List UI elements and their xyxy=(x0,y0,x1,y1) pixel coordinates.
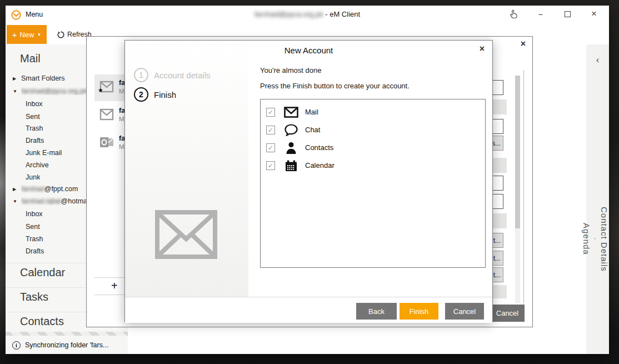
chevron-down-icon: ▼ xyxy=(37,32,41,37)
contacts-icon xyxy=(284,141,298,155)
tab-agenda[interactable]: Agenda xyxy=(582,223,591,255)
new-button[interactable]: + New ▼ xyxy=(7,25,47,44)
step-number: 1 xyxy=(134,68,148,82)
close-dialog-button[interactable]: × xyxy=(480,44,485,54)
plus-icon: + xyxy=(12,30,17,39)
service-label: Mail xyxy=(305,108,318,116)
wizard-steps-panel: 1 Account details 2 Finish xyxy=(125,41,248,297)
titlebar: Menu farshad@pyca.org.pk - eM Client − × xyxy=(6,6,609,24)
calendar-section-header[interactable]: Calendar xyxy=(20,266,65,279)
accounts-cancel-button[interactable]: Cancel xyxy=(490,305,525,322)
mail-account-icon xyxy=(99,108,114,121)
mail-checkbox[interactable]: ✓ xyxy=(266,108,275,117)
tab-contact-details[interactable]: Contact Details xyxy=(600,207,609,272)
contacts-section-header[interactable]: Contacts xyxy=(20,315,64,328)
collapse-arrow-icon[interactable]: ▼ xyxy=(13,199,17,204)
favorite-star-icon: ★ xyxy=(98,87,103,94)
scrollbar[interactable] xyxy=(515,76,520,303)
mail-section-header[interactable]: Mail xyxy=(20,52,41,65)
service-label: Contacts xyxy=(305,143,333,152)
chat-icon xyxy=(284,123,298,137)
maximize-icon xyxy=(565,11,571,17)
dialog-footer: Back Finish Cancel xyxy=(125,297,492,323)
new-account-dialog: New Account × 1 Account details 2 Finish… xyxy=(124,40,493,322)
step-number: 2 xyxy=(134,87,148,102)
right-side-panel: ‹ Contact Details · Agenda xyxy=(586,44,609,354)
status-text: Synchronizing folder 'fars... xyxy=(25,341,108,349)
step-account-details: 1 Account details xyxy=(134,68,211,82)
service-row-calendar: ✓ Calendar xyxy=(261,157,485,174)
refresh-icon xyxy=(57,31,65,39)
calendar-checkbox[interactable]: ✓ xyxy=(266,161,275,170)
calendar-icon xyxy=(284,158,298,173)
tab-separator: · xyxy=(591,237,600,240)
service-row-chat: ✓ Chat xyxy=(261,121,485,139)
add-account-button[interactable]: + xyxy=(111,280,118,292)
touch-mode-icon[interactable] xyxy=(508,8,520,20)
instruction-text: Press the Finish button to create your a… xyxy=(260,82,410,90)
expand-arrow-icon[interactable]: ▶ xyxy=(13,76,16,81)
contacts-checkbox[interactable]: ✓ xyxy=(266,143,275,152)
collapse-arrow-icon[interactable]: ▼ xyxy=(13,89,17,94)
info-icon: i xyxy=(12,341,21,350)
services-box: ✓ Mail ✓ Chat ✓ Contacts ✓ xyxy=(260,99,486,268)
minimize-button[interactable]: − xyxy=(535,8,547,20)
service-label: Calendar xyxy=(305,161,335,169)
finish-button[interactable]: Finish xyxy=(400,303,438,320)
maximize-button[interactable] xyxy=(561,8,573,20)
status-bar[interactable]: i Synchronizing folder 'fars... xyxy=(12,339,108,351)
step-label: Account details xyxy=(154,71,211,80)
sync-progress-bar xyxy=(6,332,128,336)
window-title-app: - eM Client xyxy=(323,10,360,18)
service-label: Chat xyxy=(305,126,320,134)
step-label: Finish xyxy=(154,90,176,99)
new-button-label: New xyxy=(19,31,34,39)
panel-divider xyxy=(523,70,524,303)
service-row-contacts: ✓ Contacts xyxy=(261,139,485,157)
outlook-account-icon xyxy=(99,136,114,148)
close-window-button[interactable]: × xyxy=(588,8,600,20)
scrollbar-thumb[interactable] xyxy=(515,76,520,228)
chat-checkbox[interactable]: ✓ xyxy=(266,126,275,134)
close-accounts-dialog-button[interactable]: × xyxy=(521,39,526,49)
expand-arrow-icon[interactable]: ▶ xyxy=(13,187,16,192)
tasks-section-header[interactable]: Tasks xyxy=(20,291,48,303)
step-finish: 2 Finish xyxy=(134,87,176,102)
mail-icon xyxy=(284,105,298,119)
cancel-button[interactable]: Cancel xyxy=(445,303,484,320)
service-row-mail: ✓ Mail xyxy=(261,103,485,121)
headline-text: You're almost done xyxy=(260,66,321,74)
back-button[interactable]: Back xyxy=(356,303,397,320)
window-title-account: farshad@pyca.org.pk xyxy=(254,10,323,18)
envelope-watermark-icon xyxy=(155,210,217,259)
chevron-left-icon[interactable]: ‹ xyxy=(586,54,609,66)
